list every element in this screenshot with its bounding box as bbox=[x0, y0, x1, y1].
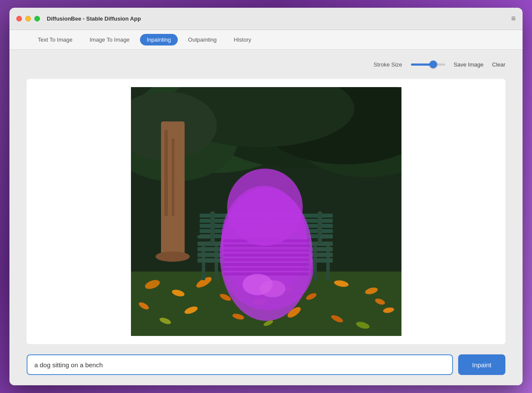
svg-rect-10 bbox=[172, 139, 174, 216]
svg-point-61 bbox=[227, 169, 303, 246]
svg-rect-57 bbox=[223, 258, 309, 261]
minimize-button[interactable] bbox=[25, 16, 31, 21]
tab-history[interactable]: History bbox=[227, 34, 258, 45]
menu-icon[interactable]: ≡ bbox=[511, 14, 516, 23]
traffic-lights bbox=[16, 16, 40, 21]
tab-text-to-image[interactable]: Text To Image bbox=[31, 34, 79, 45]
svg-rect-56 bbox=[223, 254, 309, 257]
stroke-size-label: Stroke Size bbox=[374, 61, 402, 68]
svg-rect-47 bbox=[318, 212, 322, 244]
svg-rect-45 bbox=[210, 212, 215, 244]
navbar: Text To Image Image To Image Inpainting … bbox=[9, 30, 523, 50]
svg-rect-58 bbox=[223, 263, 309, 266]
app-window: DiffusionBee - Stable Diffusion App ≡ Te… bbox=[9, 8, 523, 385]
svg-point-11 bbox=[155, 251, 190, 262]
svg-rect-60 bbox=[223, 272, 309, 275]
svg-rect-9 bbox=[164, 130, 168, 216]
prompt-input[interactable] bbox=[27, 354, 453, 375]
window-title: DiffusionBee - Stable Diffusion App bbox=[47, 15, 511, 22]
input-area: Inpaint bbox=[27, 351, 505, 378]
close-button[interactable] bbox=[16, 16, 22, 21]
canvas-container[interactable] bbox=[27, 79, 505, 344]
tab-image-to-image[interactable]: Image To Image bbox=[83, 34, 137, 45]
svg-rect-55 bbox=[223, 249, 309, 252]
inpaint-button[interactable]: Inpaint bbox=[458, 354, 505, 375]
svg-rect-59 bbox=[223, 268, 309, 271]
main-content: Stroke Size Save Image Clear bbox=[9, 50, 523, 385]
svg-point-63 bbox=[260, 280, 286, 297]
save-image-button[interactable]: Save Image bbox=[454, 61, 483, 68]
inpaint-canvas[interactable] bbox=[131, 87, 401, 336]
toolbar: Stroke Size Save Image Clear bbox=[27, 57, 505, 72]
tab-inpainting[interactable]: Inpainting bbox=[140, 34, 178, 45]
stroke-size-slider[interactable] bbox=[411, 63, 445, 66]
tab-outpainting[interactable]: Outpainting bbox=[181, 34, 224, 45]
clear-button[interactable]: Clear bbox=[492, 61, 505, 68]
svg-rect-49 bbox=[320, 235, 333, 239]
svg-rect-48 bbox=[198, 235, 210, 239]
maximize-button[interactable] bbox=[34, 16, 40, 21]
titlebar: DiffusionBee - Stable Diffusion App ≡ bbox=[9, 8, 523, 30]
